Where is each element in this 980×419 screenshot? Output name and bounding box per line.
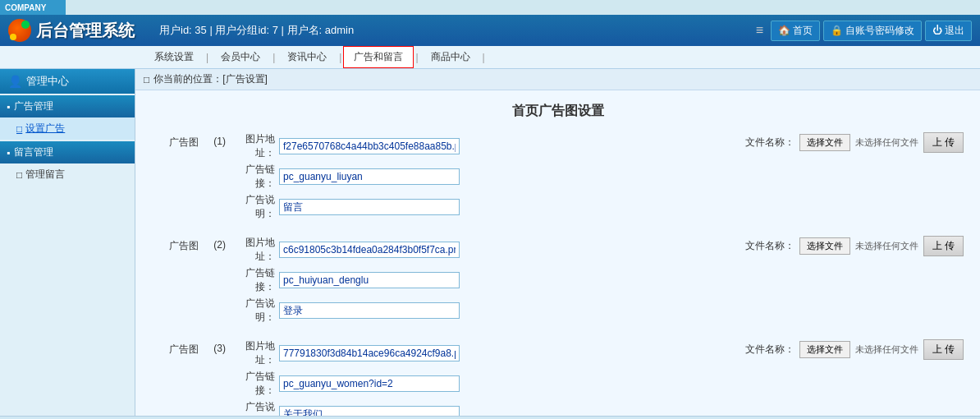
ad2-link-label: 广告链接：	[230, 266, 275, 294]
sidebar-header: 👤 管理中心	[0, 69, 135, 94]
ad2-desc-input[interactable]	[279, 302, 460, 319]
manage-messages-label: 管理留言	[25, 168, 65, 182]
content-area: □ 你当前的位置：[广告设置] 首页广告图设置 广告图 (1) 图片地址： 广告…	[135, 69, 980, 416]
tab-news-center[interactable]: 资讯中心	[277, 46, 337, 68]
ad3-image-row: 图片地址：	[230, 339, 729, 367]
ad1-link-label: 广告链接：	[230, 163, 275, 191]
ad3-image-input[interactable]	[279, 345, 460, 361]
ad2-link-input[interactable]	[279, 272, 460, 288]
ad2-desc-label: 广告说明：	[230, 297, 275, 325]
home-button[interactable]: 🏠 首页	[771, 21, 820, 41]
ad3-no-file: 未选择任何文件	[855, 343, 918, 356]
ad1-desc-input[interactable]	[279, 199, 460, 215]
ad-row-3: 广告图 (3) 图片地址： 广告链接： 广告说明：	[152, 339, 964, 416]
ad2-upload-label: 文件名称：	[745, 239, 795, 253]
ad2-upload-button[interactable]: 上 传	[923, 236, 964, 256]
home-icon: 🏠	[778, 25, 790, 36]
ad3-upload-label: 文件名称：	[745, 343, 795, 357]
company-name: COMPANY	[5, 3, 46, 12]
ad3-link-row: 广告链接：	[230, 370, 729, 398]
set-ads-label: 设置广告	[25, 122, 65, 136]
ad-label-3: 广告图	[152, 339, 205, 357]
set-ads-icon: □	[16, 123, 22, 135]
sidebar: 👤 管理中心 ▪ 广告管理 □ 设置广告 ▪ 留言管理 □ 管理留言	[0, 69, 135, 416]
breadcrumb: 你当前的位置：[广告设置]	[153, 72, 268, 86]
breadcrumb-icon: □	[144, 74, 149, 85]
ad2-link-row: 广告链接：	[230, 266, 729, 294]
breadcrumb-bar: □ 你当前的位置：[广告设置]	[135, 69, 980, 90]
ad2-image-row: 图片地址：	[230, 236, 729, 264]
password-button[interactable]: 🔒 自账号密码修改	[823, 21, 922, 41]
logo-icon	[8, 19, 31, 42]
main-nav: 系统设置 | 会员中心 | 资讯中心 | 广告和留言 | 商品中心 |	[0, 46, 980, 69]
sidebar-section-messages[interactable]: ▪ 留言管理	[0, 141, 135, 163]
ad2-desc-row: 广告说明：	[230, 297, 729, 325]
ad1-image-row: 图片地址：	[230, 132, 729, 160]
ad1-file-button[interactable]: 选择文件	[799, 134, 850, 151]
hamburger-icon: ≡	[756, 23, 763, 38]
ad3-upload-button[interactable]: 上 传	[923, 339, 964, 360]
content-inner: 首页广告图设置 广告图 (1) 图片地址： 广告链接： 广告说明：	[135, 90, 980, 416]
ad1-image-label: 图片地址：	[230, 132, 275, 160]
sidebar-title: 管理中心	[26, 74, 69, 89]
logo-area: 后台管理系统	[8, 19, 135, 42]
ad1-desc-row: 广告说明：	[230, 193, 729, 221]
ad3-image-label: 图片地址：	[230, 339, 275, 367]
tab-ads-messages[interactable]: 广告和留言	[343, 46, 414, 68]
ads-section-icon: ▪	[7, 101, 10, 113]
ad1-upload-label: 文件名称：	[745, 136, 795, 150]
ad2-file-button[interactable]: 选择文件	[799, 237, 850, 255]
sidebar-section-ads[interactable]: ▪ 广告管理	[0, 95, 135, 117]
ad1-link-input[interactable]	[279, 168, 460, 185]
ad1-image-input[interactable]	[279, 138, 460, 154]
system-title: 后台管理系统	[36, 20, 135, 42]
ad1-upload-button[interactable]: 上 传	[923, 132, 964, 153]
ad-label-1: 广告图	[152, 132, 205, 150]
sidebar-item-set-ads[interactable]: □ 设置广告	[0, 117, 135, 140]
ad3-desc-row: 广告说明：	[230, 400, 729, 416]
ad-index-2: (2)	[205, 236, 230, 251]
ad1-desc-label: 广告说明：	[230, 193, 275, 221]
ad3-file-button[interactable]: 选择文件	[799, 341, 850, 358]
ad-fields-1: 图片地址： 广告链接： 广告说明：	[230, 132, 729, 221]
ad1-no-file: 未选择任何文件	[855, 136, 918, 149]
ad2-no-file: 未选择任何文件	[855, 240, 918, 252]
user-info: 用户id: 35 | 用户分组id: 7 | 用户名: admin	[159, 23, 354, 38]
ad3-link-input[interactable]	[279, 375, 460, 392]
ad2-image-label: 图片地址：	[230, 236, 275, 264]
ad3-desc-label: 广告说明：	[230, 400, 275, 416]
ad-row-1: 广告图 (1) 图片地址： 广告链接： 广告说明：	[152, 132, 964, 221]
sidebar-item-manage-messages[interactable]: □ 管理留言	[0, 163, 135, 186]
manage-messages-icon: □	[16, 169, 22, 181]
messages-section-label: 留言管理	[14, 145, 53, 159]
ad3-link-label: 广告链接：	[230, 370, 275, 398]
ads-section-label: 广告管理	[14, 99, 53, 113]
ad2-upload-area: 文件名称： 选择文件 未选择任何文件 上 传	[745, 236, 964, 256]
layout: 👤 管理中心 ▪ 广告管理 □ 设置广告 ▪ 留言管理 □ 管理留言 □ 你当前…	[0, 69, 980, 416]
ad-index-3: (3)	[205, 339, 230, 354]
ad-fields-3: 图片地址： 广告链接： 广告说明：	[230, 339, 729, 416]
ad1-link-row: 广告链接：	[230, 163, 729, 191]
exit-button[interactable]: ⏻ 退出	[925, 21, 972, 41]
ad-fields-2: 图片地址： 广告链接： 广告说明：	[230, 236, 729, 325]
ad3-upload-area: 文件名称： 选择文件 未选择任何文件 上 传	[745, 339, 964, 360]
sidebar-header-icon: 👤	[8, 75, 22, 88]
page-title: 首页广告图设置	[152, 103, 964, 120]
ad1-upload-area: 文件名称： 选择文件 未选择任何文件 上 传	[745, 132, 964, 153]
ad2-image-input[interactable]	[279, 242, 460, 258]
ad-label-2: 广告图	[152, 236, 205, 253]
tab-system-settings[interactable]: 系统设置	[144, 46, 204, 68]
tab-shop-center[interactable]: 商品中心	[420, 46, 481, 68]
messages-section-icon: ▪	[7, 147, 10, 159]
ad-index-1: (1)	[205, 132, 230, 147]
exit-icon: ⏻	[932, 25, 942, 36]
top-bar: 后台管理系统 用户id: 35 | 用户分组id: 7 | 用户名: admin…	[0, 15, 980, 46]
tab-member-center[interactable]: 会员中心	[210, 46, 271, 68]
footer: 作者QQ：45157718 CSDN @黄菊华老师	[0, 416, 980, 419]
lock-icon: 🔒	[831, 25, 843, 36]
ad3-desc-input[interactable]	[279, 406, 460, 416]
company-banner: COMPANY	[0, 0, 66, 15]
ad-row-2: 广告图 (2) 图片地址： 广告链接： 广告说明：	[152, 236, 964, 325]
top-right-nav: ≡ 🏠 首页 🔒 自账号密码修改 ⏻ 退出	[756, 21, 972, 41]
